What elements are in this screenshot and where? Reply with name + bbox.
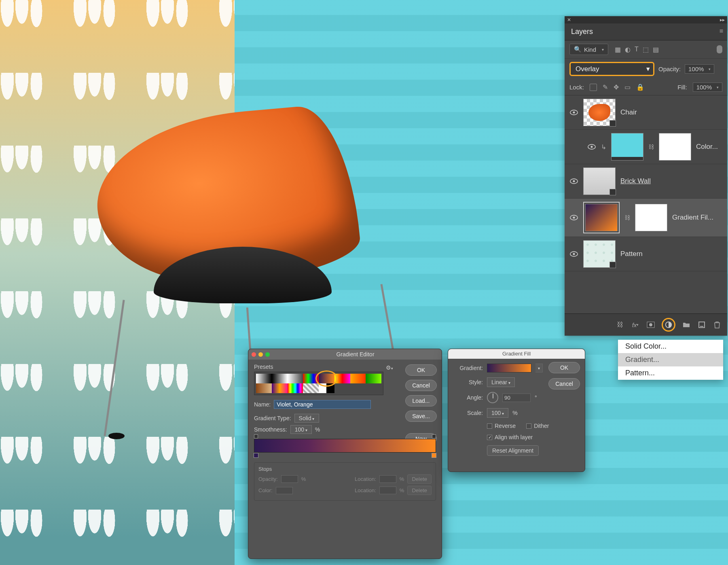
visibility-toggle[interactable] [587, 142, 596, 151]
layer-name[interactable]: Color... [696, 143, 722, 151]
window-minimize-icon[interactable] [258, 352, 263, 357]
menu-item-solid-color[interactable]: Solid Color... [618, 340, 723, 353]
layer-name[interactable]: Brick Wall [620, 177, 722, 185]
gradient-name-input[interactable]: Violet, Orange [274, 400, 371, 409]
preset-swatch-selected[interactable] [319, 374, 334, 383]
opacity-value[interactable]: 100% [685, 64, 714, 74]
load-button[interactable]: Load... [405, 395, 437, 406]
reverse-checkbox[interactable]: Reverse [487, 423, 516, 429]
filter-adjustment-icon[interactable]: ◐ [625, 46, 631, 53]
smoothness-input[interactable]: 100 [290, 425, 312, 434]
color-stop-right[interactable] [432, 453, 436, 458]
color-stop-input[interactable] [276, 487, 293, 494]
align-with-layer-checkbox[interactable]: ✓Align with layer [487, 434, 533, 440]
layers-tab[interactable]: Layers [565, 23, 599, 40]
opacity-stop-input[interactable] [281, 475, 298, 483]
layer-name[interactable]: Gradient Fil... [672, 214, 722, 222]
delete-opacity-stop-button[interactable]: Delete [407, 474, 432, 484]
angle-dial[interactable] [487, 392, 498, 403]
gradient-type-dropdown[interactable]: Solid [294, 414, 319, 423]
collapse-icon[interactable]: ▸▸ [720, 17, 725, 23]
preset-swatch[interactable] [366, 374, 381, 383]
filter-toggle[interactable] [717, 45, 722, 53]
layer-thumbnail[interactable] [611, 133, 643, 161]
add-mask-icon[interactable] [646, 320, 655, 329]
close-icon[interactable]: ✕ [567, 17, 571, 23]
gradient-dropdown-icon[interactable]: ▾ [535, 364, 543, 372]
filter-pixel-icon[interactable]: ▦ [615, 46, 621, 53]
fill-value[interactable]: 100% [693, 83, 722, 92]
layer-thumbnail[interactable] [583, 167, 616, 195]
new-adjustment-layer-icon[interactable] [662, 318, 675, 332]
new-group-icon[interactable] [682, 320, 691, 329]
presets-gear-icon[interactable]: ⚙▾ [386, 364, 393, 371]
location-color-input[interactable] [379, 487, 396, 494]
delete-layer-icon[interactable] [713, 320, 722, 329]
opacity-label: Opacity: [658, 66, 681, 72]
layer-fx-icon[interactable]: fx▾ [631, 320, 640, 329]
lock-all-icon[interactable]: 🔒 [636, 83, 644, 91]
window-close-icon[interactable] [252, 352, 256, 357]
new-layer-icon[interactable] [697, 320, 706, 329]
delete-color-stop-button[interactable]: Delete [407, 486, 432, 495]
lock-artboard-icon[interactable]: ▭ [624, 83, 631, 91]
gradient-ramp[interactable] [254, 439, 436, 453]
layer-item-gradient-fill[interactable]: ⛓ Gradient Fil... [565, 199, 727, 237]
save-button[interactable]: Save... [405, 411, 437, 422]
preset-swatch[interactable] [288, 374, 303, 383]
lock-move-icon[interactable]: ✥ [614, 83, 619, 91]
layer-item-color[interactable]: ↳ ⛓ Color... [565, 130, 727, 164]
cancel-button[interactable]: Cancel [548, 378, 580, 389]
layer-thumbnail[interactable] [583, 99, 616, 126]
lock-transparency-icon[interactable] [590, 84, 597, 91]
preset-swatch[interactable] [256, 374, 272, 383]
color-stop-left[interactable] [254, 453, 258, 458]
style-dropdown[interactable]: Linear [487, 377, 515, 387]
menu-item-pattern[interactable]: Pattern... [618, 366, 723, 380]
opacity-stop-left[interactable] [254, 434, 258, 438]
filter-shape-icon[interactable]: ⬚ [643, 46, 649, 53]
dialog-titlebar[interactable]: Gradient Editor [248, 349, 442, 360]
stops-title: Stops [258, 466, 432, 472]
preset-swatch[interactable] [256, 383, 272, 393]
reset-alignment-button[interactable]: Reset Alignment [487, 445, 539, 456]
window-zoom-icon[interactable] [265, 352, 270, 357]
mask-link-icon[interactable]: ⛓ [624, 214, 630, 221]
blend-mode-dropdown[interactable]: Overlay▾ [569, 62, 654, 76]
mask-link-icon[interactable]: ⛓ [648, 144, 654, 150]
angle-input[interactable] [502, 394, 531, 402]
visibility-toggle[interactable] [569, 250, 578, 258]
visibility-toggle[interactable] [569, 213, 578, 222]
preset-swatch[interactable] [288, 383, 303, 393]
cancel-button[interactable]: Cancel [405, 380, 437, 391]
lock-brush-icon[interactable]: ✎ [603, 83, 608, 91]
mask-thumbnail[interactable] [659, 133, 691, 161]
location-stop-input[interactable] [379, 475, 396, 483]
visibility-toggle[interactable] [569, 108, 578, 117]
filter-kind-dropdown[interactable]: 🔍Kind [569, 44, 608, 55]
link-layers-icon[interactable]: ⛓ [616, 320, 624, 329]
panel-menu-icon[interactable]: ≡ [715, 23, 727, 39]
opacity-stop-right[interactable] [432, 434, 436, 438]
layer-name[interactable]: Chair [620, 108, 722, 116]
layer-item-brick-wall[interactable]: Brick Wall [565, 164, 727, 199]
layer-thumbnail[interactable] [583, 240, 616, 268]
preset-swatch[interactable] [272, 374, 288, 383]
menu-item-gradient[interactable]: Gradient... [618, 353, 723, 366]
visibility-toggle[interactable] [569, 177, 578, 186]
dither-checkbox[interactable]: Dither [526, 423, 549, 429]
preset-swatch[interactable] [272, 383, 288, 393]
ok-button[interactable]: OK [405, 364, 437, 376]
ok-button[interactable]: OK [548, 362, 580, 373]
layer-thumbnail[interactable] [585, 204, 618, 231]
filter-smart-icon[interactable]: ▤ [653, 46, 659, 53]
layer-item-pattern[interactable]: Pattern [565, 237, 727, 271]
preset-swatch[interactable] [350, 374, 366, 383]
gradient-swatch[interactable] [487, 364, 531, 372]
preset-swatch[interactable] [303, 383, 319, 393]
mask-thumbnail[interactable] [635, 204, 667, 231]
layer-name[interactable]: Pattern [620, 250, 722, 258]
filter-type-icon[interactable]: T [635, 46, 639, 53]
layer-item-chair[interactable]: Chair [565, 95, 727, 130]
scale-input[interactable]: 100 [487, 408, 508, 418]
